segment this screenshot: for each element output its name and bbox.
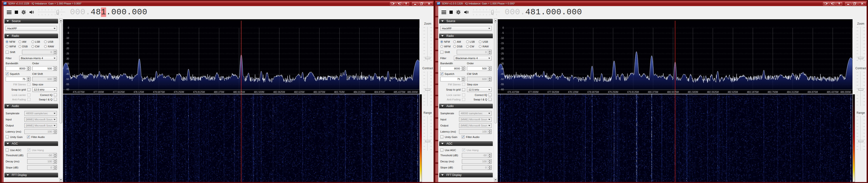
- fft-display-panel-header[interactable]: FFT Display: [4, 173, 58, 177]
- fft-spectrum-plot[interactable]: [498, 19, 852, 94]
- shift-spinner[interactable]: 0: [22, 50, 57, 54]
- correct-iq-checkbox[interactable]: [489, 94, 492, 97]
- spinner-arrows[interactable]: [488, 130, 491, 134]
- order-spinner[interactable]: 500: [32, 66, 57, 71]
- fm-stereo-checkbox[interactable]: [27, 83, 30, 86]
- fm-stereo-checkbox[interactable]: [462, 83, 465, 86]
- close-button[interactable]: [425, 2, 433, 5]
- zoom-slider-thumb[interactable]: [425, 57, 430, 59]
- audio-output-select[interactable]: [MME] Microsoft Soun: [24, 123, 57, 128]
- spinner-arrows[interactable]: [27, 67, 30, 71]
- maximize-button[interactable]: [851, 2, 858, 5]
- spinner-arrows[interactable]: [488, 153, 491, 157]
- agc-panel-header[interactable]: AGC: [4, 141, 58, 146]
- radio-am[interactable]: AM: [19, 41, 31, 43]
- radio-am[interactable]: AM: [453, 41, 466, 43]
- spinner-arrows[interactable]: [27, 77, 30, 81]
- title-bar[interactable]: SDR# v1.0.0.1328 - IQ Imbalance: Gain = …: [2, 1, 434, 6]
- range-slider[interactable]: [857, 116, 865, 151]
- stop-button[interactable]: [450, 10, 453, 14]
- dock-left-button[interactable]: [823, 2, 829, 5]
- pin-button[interactable]: [403, 2, 409, 5]
- fft-spectrum-plot[interactable]: [63, 19, 420, 94]
- range-slider-thumb[interactable]: [425, 140, 430, 142]
- radio-dsb[interactable]: DSB: [453, 45, 466, 48]
- audio-panel-header[interactable]: Audio: [439, 104, 493, 108]
- source-device-select[interactable]: HackRF: [440, 26, 492, 31]
- step-size-select[interactable]: 12.5 kHz: [467, 87, 492, 92]
- latency-spinner[interactable]: 100: [459, 129, 492, 134]
- spinner-arrows[interactable]: [53, 77, 57, 81]
- radio-lsb[interactable]: LSB: [31, 41, 44, 43]
- title-bar[interactable]: SDR# v1.0.0.1328 - IQ Imbalance: Gain = …: [435, 1, 867, 6]
- anti-fading-checkbox[interactable]: [27, 98, 30, 101]
- snap-to-grid-checkbox[interactable]: [27, 88, 30, 91]
- use-hang-checkbox[interactable]: [462, 149, 465, 152]
- filter-audio-checkbox[interactable]: [27, 135, 30, 138]
- cw-shift-spinner[interactable]: 600: [467, 77, 492, 81]
- settings-button[interactable]: [21, 10, 26, 15]
- radio-cw[interactable]: CW: [31, 45, 44, 48]
- radio-raw[interactable]: RAW: [44, 45, 57, 48]
- filter-select[interactable]: Blackman-Harris 4: [19, 56, 57, 60]
- bandwidth-spinner[interactable]: 8000: [6, 66, 30, 71]
- shift-checkbox[interactable]: [440, 51, 443, 54]
- zoom-slider[interactable]: [424, 27, 432, 61]
- radio-cw[interactable]: CW: [466, 45, 479, 48]
- dock-right-button[interactable]: [397, 2, 403, 5]
- audio-input-select[interactable]: [MME] Microsoft Soun: [459, 117, 492, 122]
- contrast-slider[interactable]: [424, 71, 432, 106]
- range-slider-thumb[interactable]: [858, 140, 863, 142]
- audio-panel-header[interactable]: Audio: [4, 104, 58, 108]
- spinner-arrows[interactable]: [488, 159, 491, 163]
- lock-carrier-checkbox[interactable]: [27, 94, 30, 97]
- waterfall-display[interactable]: [63, 94, 420, 182]
- mute-button[interactable]: [29, 10, 34, 14]
- spinner-arrows[interactable]: [53, 130, 57, 134]
- scrollbar-thumb[interactable]: [494, 23, 497, 124]
- range-slider[interactable]: [424, 116, 432, 151]
- scroll-down-button[interactable]: [60, 178, 62, 182]
- zoom-slider-thumb[interactable]: [858, 57, 863, 59]
- spinner-arrows[interactable]: [461, 77, 465, 81]
- correct-iq-checkbox[interactable]: [54, 94, 57, 97]
- audio-input-select[interactable]: [MME] Microsoft Soun: [24, 117, 57, 122]
- radio-panel-header[interactable]: Radio: [439, 33, 493, 38]
- frequency-display[interactable]: 000.481.000.000: [505, 7, 582, 17]
- scroll-up-button[interactable]: [494, 19, 497, 22]
- anti-fading-checkbox[interactable]: [462, 98, 465, 101]
- agc-threshold-spinner[interactable]: -50: [27, 153, 57, 158]
- source-device-select[interactable]: HackRF: [6, 26, 57, 31]
- shift-checkbox[interactable]: [6, 51, 9, 54]
- waterfall-display[interactable]: [498, 94, 852, 182]
- agc-decay-spinner[interactable]: 100: [462, 159, 492, 164]
- dock-right-button[interactable]: [830, 2, 836, 5]
- lock-carrier-checkbox[interactable]: [462, 94, 465, 97]
- samplerate-select[interactable]: 48000 sample/sec: [24, 111, 57, 116]
- volume-slider[interactable]: [38, 9, 65, 16]
- radio-nfm[interactable]: NFM: [440, 41, 453, 43]
- agc-panel-header[interactable]: AGC: [439, 141, 493, 146]
- settings-button[interactable]: [456, 10, 461, 15]
- cw-shift-spinner[interactable]: 600: [32, 77, 57, 81]
- maximize-button[interactable]: [418, 2, 425, 5]
- menu-button[interactable]: [441, 10, 446, 14]
- order-spinner[interactable]: 500: [467, 66, 492, 71]
- use-agc-checkbox[interactable]: [440, 149, 443, 152]
- spinner-arrows[interactable]: [53, 159, 57, 163]
- menu-button[interactable]: [7, 10, 11, 14]
- samplerate-select[interactable]: 48000 sample/sec: [459, 111, 492, 116]
- close-button[interactable]: [858, 2, 866, 5]
- scrollbar-thumb[interactable]: [60, 23, 62, 124]
- spinner-arrows[interactable]: [53, 50, 57, 54]
- spinner-arrows[interactable]: [488, 50, 491, 54]
- squelch-checkbox[interactable]: [440, 72, 443, 75]
- use-hang-checkbox[interactable]: [27, 149, 30, 152]
- sidebar-scrollbar[interactable]: [59, 18, 63, 182]
- radio-dsb[interactable]: DSB: [19, 45, 31, 48]
- unity-gain-checkbox[interactable]: [6, 135, 9, 138]
- minimize-button[interactable]: [845, 2, 851, 5]
- sidebar-scrollbar[interactable]: [494, 18, 497, 182]
- radio-panel-header[interactable]: Radio: [4, 33, 58, 38]
- agc-slope-spinner[interactable]: 0: [462, 165, 492, 170]
